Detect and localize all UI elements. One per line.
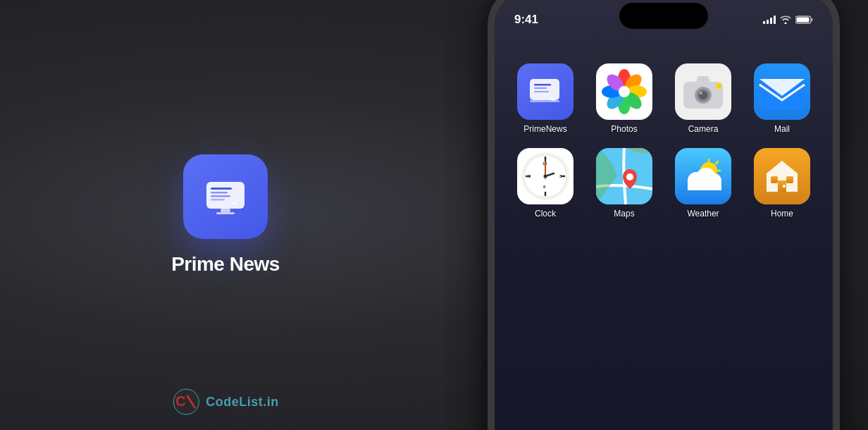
iphone-frame: 9:41: [488, 0, 840, 430]
home-grid: PrimeNews: [495, 49, 833, 233]
app-maps[interactable]: Maps: [590, 148, 658, 219]
weather-label: Weather: [687, 209, 719, 219]
app-name-large: Prime News: [171, 253, 280, 276]
primenews-icon: [517, 63, 574, 120]
app-weather[interactable]: Weather: [669, 148, 737, 219]
home-icon: [754, 148, 810, 204]
clock-label: Clock: [535, 209, 556, 219]
dynamic-island: [619, 3, 708, 29]
left-panel: Prime News C CodeList.in: [0, 0, 451, 430]
svg-rect-66: [786, 176, 793, 183]
camera-label: Camera: [688, 124, 719, 134]
svg-rect-6: [211, 199, 225, 201]
photos-label: Photos: [611, 124, 637, 134]
svg-rect-1: [221, 209, 230, 212]
svg-point-49: [544, 175, 547, 178]
camera-icon: [675, 63, 731, 120]
signal-icon: [763, 16, 776, 24]
svg-rect-2: [216, 212, 235, 214]
svg-rect-16: [534, 87, 547, 89]
app-home[interactable]: Home: [748, 148, 816, 219]
svg-point-64: [783, 185, 786, 188]
watermark-text: CodeList.in: [206, 395, 279, 410]
wifi-icon: [780, 16, 791, 24]
iphone-mockup: 9:41: [445, 0, 868, 430]
svg-text:C: C: [175, 393, 185, 409]
maps-icon: [596, 148, 652, 204]
primenews-label: PrimeNews: [523, 124, 566, 134]
svg-rect-12: [797, 18, 810, 23]
status-icons: [763, 16, 813, 24]
svg-rect-4: [211, 192, 228, 194]
home-label: Home: [771, 209, 793, 219]
svg-rect-62: [688, 187, 721, 190]
app-mail[interactable]: Mail: [748, 63, 816, 134]
svg-point-52: [626, 173, 633, 180]
app-photos[interactable]: Photos: [590, 63, 658, 134]
app-camera[interactable]: Camera: [669, 63, 737, 134]
svg-rect-3: [211, 188, 232, 190]
watermark: C CodeList.in: [172, 388, 279, 416]
app-clock[interactable]: 12 6 9 3 Clock: [512, 148, 579, 219]
weather-icon: [675, 148, 731, 204]
photos-icon: [596, 63, 652, 120]
mail-label: Mail: [774, 124, 790, 134]
svg-point-32: [700, 92, 702, 94]
svg-rect-14: [530, 100, 559, 102]
svg-rect-15: [534, 84, 551, 86]
battery-icon: [795, 16, 813, 24]
svg-rect-13: [530, 79, 559, 100]
iphone-screen: 9:41: [495, 0, 833, 430]
svg-point-34: [717, 85, 721, 88]
maps-label: Maps: [614, 209, 634, 219]
svg-rect-65: [771, 176, 778, 183]
svg-rect-17: [534, 91, 549, 92]
svg-rect-5: [211, 195, 230, 197]
app-primenews[interactable]: PrimeNews: [512, 63, 579, 134]
svg-point-27: [619, 86, 630, 97]
clock-icon: 12 6 9 3: [517, 148, 574, 204]
mail-icon: [754, 63, 810, 120]
app-icon-large: [183, 154, 268, 239]
svg-rect-11: [812, 18, 813, 21]
